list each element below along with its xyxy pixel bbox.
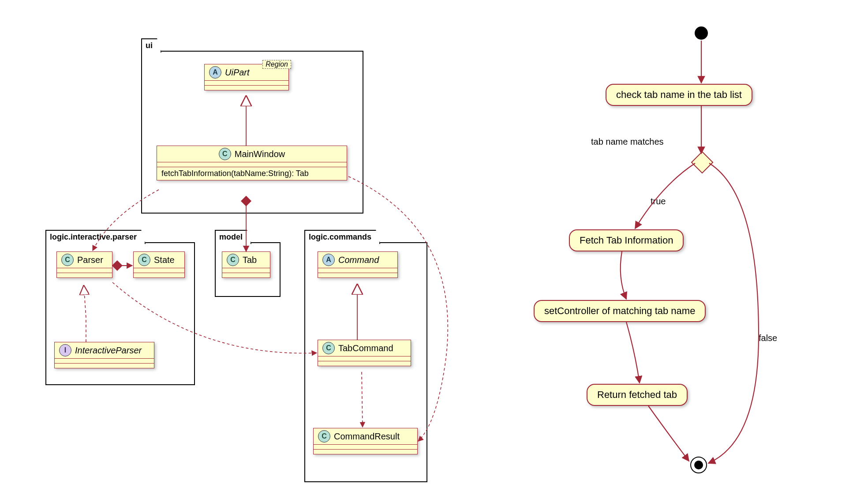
class-icon: C: [227, 254, 239, 266]
class-command: A Command: [318, 251, 398, 278]
class-mainwindow: C MainWindow fetchTabInformation(tabName…: [157, 146, 347, 180]
guard-label: tab name matches: [591, 137, 664, 147]
class-parser: C Parser: [56, 251, 112, 278]
decision-node-icon: [691, 151, 714, 174]
class-name: Command: [338, 255, 379, 265]
activity-check-tab: check tab name in the tab list: [606, 84, 752, 106]
class-icon: C: [138, 254, 150, 266]
class-name: State: [154, 255, 175, 265]
class-tab: C Tab: [222, 251, 270, 278]
activity-setcontroller: setController of matching tab name: [534, 300, 706, 322]
package-parser-label: logic.interactive.parser: [45, 230, 146, 244]
class-tabcommand: C TabCommand: [318, 340, 411, 366]
abstract-icon: A: [209, 66, 221, 79]
class-icon: C: [318, 430, 330, 442]
class-name: TabCommand: [338, 343, 393, 353]
class-icon: C: [219, 148, 231, 160]
class-icon: C: [322, 342, 335, 354]
class-name: Parser: [77, 255, 103, 265]
class-commandresult: C CommandResult: [313, 428, 418, 454]
class-state: C State: [133, 251, 185, 278]
abstract-icon: A: [322, 254, 335, 266]
class-name: CommandResult: [334, 431, 400, 442]
region-badge: Region: [262, 60, 291, 69]
class-name: UiPart: [225, 68, 250, 78]
start-node-icon: [695, 26, 708, 40]
false-label: false: [759, 333, 777, 343]
package-commands-label: logic.commands: [304, 230, 380, 244]
class-icon: C: [61, 254, 74, 266]
class-interactive-parser: I InteractiveParser: [54, 342, 154, 368]
package-model-label: model: [215, 230, 251, 244]
class-name: MainWindow: [235, 149, 285, 159]
activity-fetch: Fetch Tab Information: [569, 229, 684, 251]
end-node-icon: [690, 457, 707, 473]
activity-return: Return fetched tab: [587, 384, 688, 406]
interface-icon: I: [59, 344, 71, 356]
class-uipart: Region A UiPart: [204, 64, 289, 90]
package-ui-label: ui: [141, 38, 161, 52]
true-label: true: [651, 196, 666, 206]
class-name: Tab: [243, 255, 257, 265]
class-name: InteractiveParser: [75, 345, 142, 356]
class-method: fetchTabInformation(tabName:String): Tab: [157, 167, 347, 180]
